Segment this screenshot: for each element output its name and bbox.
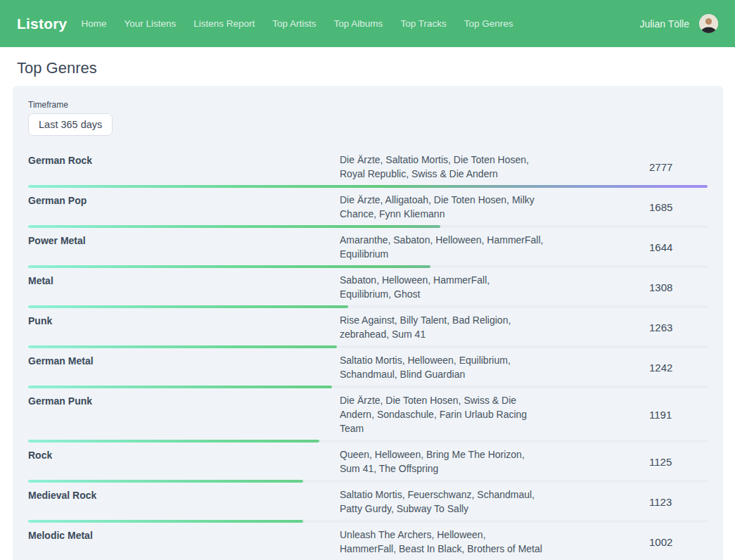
genre-name: Medieval Rock <box>28 488 340 502</box>
genre-artists: Die Ärzte, Saltatio Mortis, Die Toten Ho… <box>340 153 544 181</box>
genre-count: 1644 <box>649 241 708 253</box>
timeframe-select-button[interactable]: Last 365 days <box>28 113 113 136</box>
table-row: German Punk Die Ärzte, Die Toten Hosen, … <box>28 388 708 443</box>
nav-item-top-genres[interactable]: Top Genres <box>464 18 513 29</box>
genre-artists: Amaranthe, Sabaton, Helloween, HammerFal… <box>340 233 544 261</box>
user-avatar-image <box>699 14 718 33</box>
nav-item-home[interactable]: Home <box>81 18 106 29</box>
genres-card: Timeframe Last 365 days German Rock Die … <box>13 86 723 560</box>
genre-count: 1191 <box>649 409 708 421</box>
genres-table: German Rock Die Ärzte, Saltatio Mortis, … <box>28 148 708 560</box>
table-row: Punk Rise Against, Billy Talent, Bad Rel… <box>28 308 708 348</box>
table-row: Rock Queen, Helloween, Bring Me The Hori… <box>28 443 708 483</box>
user-name[interactable]: Julian Tölle <box>639 18 689 30</box>
genre-name: Metal <box>28 273 340 288</box>
genre-count: 1263 <box>649 322 708 333</box>
nav-item-top-albums[interactable]: Top Albums <box>334 18 383 29</box>
genre-name: Rock <box>28 447 340 462</box>
genre-name: Power Metal <box>28 233 340 248</box>
timeframe-label: Timeframe <box>28 100 708 110</box>
genre-name: German Punk <box>28 393 340 408</box>
genre-artists: Queen, Helloween, Bring Me The Horizon, … <box>340 447 544 476</box>
genre-count: 1002 <box>649 536 708 548</box>
nav-item-your-listens[interactable]: Your Listens <box>124 18 176 29</box>
page-title: Top Genres <box>17 59 735 77</box>
genre-count: 1242 <box>649 362 708 374</box>
table-row: Power Metal Amaranthe, Sabaton, Hellowee… <box>28 228 708 268</box>
table-row: German Rock Die Ärzte, Saltatio Mortis, … <box>28 148 708 188</box>
nav-item-listens-report[interactable]: Listens Report <box>193 18 255 29</box>
table-row: German Pop Die Ärzte, Alligatoah, Die To… <box>28 188 708 228</box>
nav-item-top-artists[interactable]: Top Artists <box>272 18 316 29</box>
main-nav: HomeYour ListensListens ReportTop Artist… <box>81 18 513 29</box>
nav-item-top-tracks[interactable]: Top Tracks <box>400 18 446 29</box>
table-row: Metal Sabaton, Helloween, HammerFall, Eq… <box>28 268 708 308</box>
genre-count: 1308 <box>649 281 708 293</box>
genre-artists: Unleash The Archers, Helloween, HammerFa… <box>340 528 544 556</box>
app-logo[interactable]: Listory <box>17 15 67 32</box>
table-row: German Metal Saltatio Mortis, Helloween,… <box>28 348 708 388</box>
genre-artists: Saltatio Mortis, Helloween, Equilibrium,… <box>340 353 544 381</box>
genre-name: German Rock <box>28 153 340 167</box>
genre-name: Punk <box>28 313 340 328</box>
genre-name: Melodic Metal <box>28 528 340 542</box>
genre-count: 1125 <box>649 456 708 468</box>
table-row: Medieval Rock Saltatio Mortis, Feuerschw… <box>28 483 708 523</box>
genre-artists: Die Ärzte, Die Toten Hosen, Swiss & Die … <box>340 393 544 435</box>
table-row: Melodic Metal Unleash The Archers, Hello… <box>28 523 708 560</box>
genre-artists: Die Ärzte, Alligatoah, Die Toten Hosen, … <box>340 193 544 221</box>
user-avatar[interactable] <box>699 14 718 33</box>
genre-name: German Metal <box>28 353 340 368</box>
genre-count: 1685 <box>649 201 708 213</box>
genre-count: 1123 <box>649 496 708 508</box>
app-header: Listory HomeYour ListensListens ReportTo… <box>0 0 735 47</box>
genre-artists: Rise Against, Billy Talent, Bad Religion… <box>340 313 544 341</box>
genre-artists: Saltatio Mortis, Feuerschwanz, Schandmau… <box>340 488 544 516</box>
genre-name: German Pop <box>28 193 340 208</box>
genre-count: 2777 <box>649 161 708 173</box>
genre-artists: Sabaton, Helloween, HammerFall, Equilibr… <box>340 273 544 301</box>
